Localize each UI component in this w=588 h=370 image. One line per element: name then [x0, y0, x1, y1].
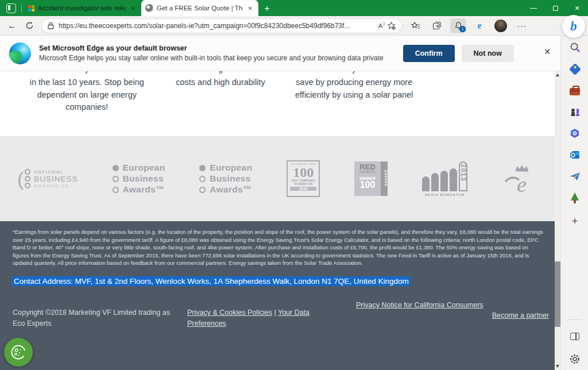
tab-close-icon[interactable]: ✕: [129, 5, 137, 12]
read-aloud-icon[interactable]: A: [378, 22, 382, 29]
drop-paper-plane-icon[interactable]: [568, 169, 582, 183]
media-momentum-logo: 2013 MEDIA MOMENTUM: [422, 161, 467, 196]
tab-accident-investigator[interactable]: Accident investigator tells telepo ✕: [24, 0, 141, 16]
column-text: save by producing energy more efficientl…: [295, 76, 413, 101]
link-separator: |: [272, 309, 278, 317]
clipped-line: y: [295, 71, 413, 76]
toolbar-icons: 1 e ···: [408, 18, 530, 33]
benefit-column-2: g costs and high durability: [161, 71, 280, 114]
tools-icon[interactable]: [568, 83, 582, 97]
tab-title: Accident investigator tells telepo: [38, 5, 126, 11]
lock-icon[interactable]: [48, 22, 54, 29]
back-icon[interactable]: ←: [3, 18, 21, 34]
favorites-icon[interactable]: [408, 18, 424, 33]
edge-logo-icon: [9, 43, 31, 64]
tab-title: Get a FREE Solar Quote | The Eco: [157, 5, 243, 11]
banner-title: Set Microsoft Edge as your default brows…: [39, 44, 384, 52]
bing-b-icon: b: [570, 19, 577, 34]
page-scrollbar[interactable]: [555, 71, 560, 370]
banner-text: Set Microsoft Edge as your default brows…: [39, 44, 384, 62]
edge-sidebar: +: [560, 36, 588, 370]
customize-sidebar-plus-icon[interactable]: +: [568, 214, 582, 228]
page-footer: *Earnings from solar panels depend on va…: [0, 221, 555, 370]
default-browser-banner: Set Microsoft Edge as your default brows…: [0, 36, 560, 71]
footer-policy-links: Privacy & Cookies Policies | Your Data P…: [187, 307, 320, 329]
earnings-disclaimer-text: *Earnings from solar panels depend on va…: [13, 228, 543, 267]
microsoft-favicon: [28, 5, 34, 11]
sunday-times-100-logo: THE SUNDAY TIMES 100 BEST COMPANIES TO W…: [287, 160, 320, 197]
queens-award-logo: e: [502, 161, 537, 196]
collections-icon[interactable]: [429, 18, 445, 33]
european-business-awards-logo: European Business Awards™: [199, 163, 252, 195]
scrollbar-thumb[interactable]: [555, 261, 560, 327]
tab-divider: [21, 4, 22, 13]
ecoexperts-favicon: [145, 4, 153, 12]
red-herring-logo: RED HERRING WINNER 100 EUROPE: [354, 161, 388, 196]
shopping-icon[interactable]: [568, 62, 582, 76]
column-text: costs and high durability: [161, 76, 280, 89]
cookie-consent-button[interactable]: [4, 338, 33, 367]
profile-avatar[interactable]: [493, 18, 509, 33]
sidebar-settings-gear-icon[interactable]: [568, 352, 582, 366]
split-screen-icon[interactable]: [568, 329, 582, 343]
benefit-column-1: y in the last 10 years. Stop being depen…: [28, 71, 146, 114]
scroll-up-arrow[interactable]: [556, 74, 559, 76]
tab-solar-quote-active[interactable]: Get a FREE Solar Quote | The Eco ✕: [141, 0, 258, 16]
confirm-button[interactable]: Confirm: [403, 45, 455, 62]
maximize-button[interactable]: [544, 0, 566, 16]
window-controls: — ✕: [523, 0, 588, 16]
contact-address-selected-text[interactable]: Contact Address: MVF, 1st & 2nd Floors, …: [12, 276, 411, 286]
benefit-columns: y in the last 10 years. Stop being depen…: [28, 71, 413, 114]
bing-copilot-button[interactable]: b: [562, 15, 585, 38]
window-close-button[interactable]: ✕: [566, 0, 588, 16]
not-now-button[interactable]: Not now: [462, 45, 514, 62]
european-business-awards-logo: European Business Awards™: [113, 163, 165, 195]
ie-mode-icon[interactable]: e: [471, 18, 488, 33]
address-bar[interactable]: https://eu.theecoexperts.com/solar-panel…: [41, 18, 402, 33]
svg-text:e: e: [517, 172, 527, 196]
clipped-line: g: [161, 71, 280, 76]
clipped-line: y: [28, 71, 146, 76]
notifications-bell-icon[interactable]: 1: [450, 18, 466, 33]
sidebar-divider: [567, 319, 582, 320]
benefit-column-3: y save by producing energy more efficien…: [295, 71, 413, 114]
banner-buttons: Confirm Not now: [403, 45, 514, 62]
new-tab-button[interactable]: +: [258, 3, 276, 13]
url-text[interactable]: https://eu.theecoexperts.com/solar-panel…: [59, 22, 374, 30]
add-favorite-star-icon[interactable]: [387, 21, 396, 30]
title-bar: Accident investigator tells telepo ✕ Get…: [0, 0, 588, 16]
webpage-viewport: y in the last 10 years. Stop being depen…: [0, 71, 555, 370]
tab-close-icon[interactable]: ✕: [246, 5, 254, 12]
tab-actions-icon[interactable]: [6, 3, 16, 13]
microsoft365-icon[interactable]: [568, 126, 582, 140]
banner-close-icon[interactable]: ✕: [544, 47, 551, 56]
refresh-icon[interactable]: [21, 18, 38, 34]
notification-badge: 1: [459, 26, 466, 32]
scroll-down-arrow[interactable]: [556, 365, 559, 368]
outlook-icon[interactable]: [568, 148, 582, 162]
become-partner-link[interactable]: Become a partner: [492, 311, 549, 319]
edge-browser-window: { "browser": { "tabs": [ {"title": "Acci…: [0, 0, 588, 370]
minimize-button[interactable]: —: [523, 0, 544, 16]
california-privacy-link[interactable]: Privacy Notice for California Consumers: [356, 301, 483, 309]
award-logos-band: ( NATIONAL BUSINESS AWARDS UK European B…: [0, 136, 555, 221]
column-text: in the last 10 years. Stop being depende…: [28, 76, 146, 114]
games-icon[interactable]: [568, 105, 582, 119]
copyright-text: Copyright ©2018 Marketing VF Limited tra…: [13, 307, 172, 329]
search-icon[interactable]: [568, 40, 582, 54]
settings-more-icon[interactable]: ···: [514, 18, 530, 33]
browser-toolbar: ← https://eu.theecoexperts.com/solar-pan…: [0, 16, 588, 36]
tree-icon[interactable]: [568, 191, 582, 205]
cookie-icon: [9, 343, 28, 361]
banner-description: Microsoft Edge helps you stay safer onli…: [39, 54, 384, 62]
privacy-cookies-link[interactable]: Privacy & Cookies Policies: [187, 309, 272, 317]
national-business-awards-logo: ( NATIONAL BUSINESS AWARDS UK: [17, 168, 78, 190]
